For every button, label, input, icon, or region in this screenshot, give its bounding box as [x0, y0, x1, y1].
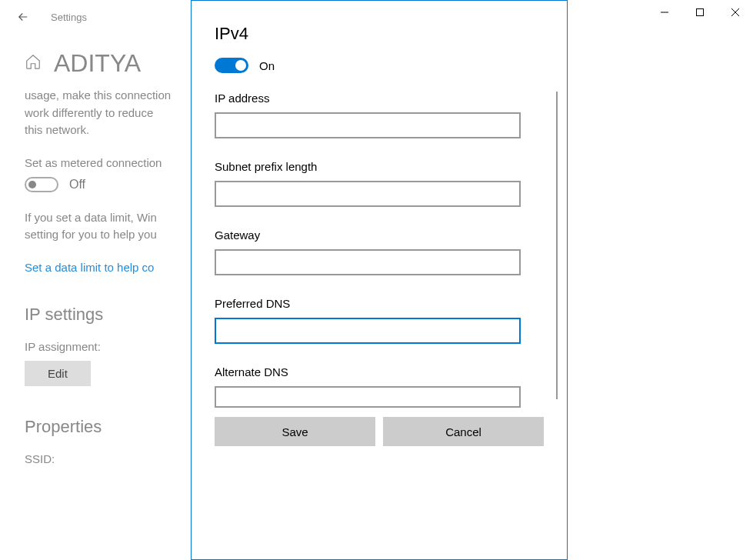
save-button[interactable]: Save: [215, 417, 375, 446]
preferred-dns-input[interactable]: [215, 318, 521, 344]
ip-address-field: IP address: [215, 92, 544, 138]
page-title: ADITYA: [54, 49, 141, 78]
edit-button[interactable]: Edit: [25, 361, 91, 386]
dialog-scroll-area: IP address Subnet prefix length Gateway …: [215, 92, 544, 408]
metered-toggle-state: Off: [69, 178, 85, 192]
subnet-input[interactable]: [215, 181, 521, 207]
home-icon[interactable]: [25, 53, 42, 75]
subnet-label: Subnet prefix length: [215, 160, 544, 173]
cancel-button[interactable]: Cancel: [383, 417, 544, 446]
scrollbar[interactable]: [556, 92, 558, 399]
ipv4-toggle[interactable]: [215, 58, 248, 73]
subnet-field: Subnet prefix length: [215, 160, 544, 207]
preferred-dns-field: Preferred DNS: [215, 297, 544, 344]
alternate-dns-input[interactable]: [215, 386, 521, 408]
svg-rect-1: [697, 9, 704, 16]
back-arrow-icon[interactable]: [14, 8, 32, 26]
ipv4-dialog: IPv4 On IP address Subnet prefix length …: [191, 0, 568, 560]
close-button[interactable]: [718, 0, 753, 25]
dialog-button-row: Save Cancel: [215, 417, 544, 446]
maximize-button[interactable]: [682, 0, 718, 25]
metered-toggle[interactable]: [25, 177, 58, 192]
ipv4-toggle-row: On: [215, 58, 544, 73]
preferred-dns-label: Preferred DNS: [215, 297, 544, 310]
gateway-field: Gateway: [215, 228, 544, 275]
gateway-input[interactable]: [215, 249, 521, 275]
app-title: Settings: [51, 12, 87, 23]
ip-address-label: IP address: [215, 92, 544, 105]
alternate-dns-field: Alternate DNS: [215, 365, 544, 408]
gateway-label: Gateway: [215, 228, 544, 242]
ip-address-input[interactable]: [215, 112, 521, 138]
alternate-dns-label: Alternate DNS: [215, 365, 544, 378]
title-bar: [647, 0, 753, 25]
ipv4-toggle-state: On: [259, 59, 275, 72]
minimize-button[interactable]: [647, 0, 682, 25]
dialog-title: IPv4: [215, 24, 544, 44]
